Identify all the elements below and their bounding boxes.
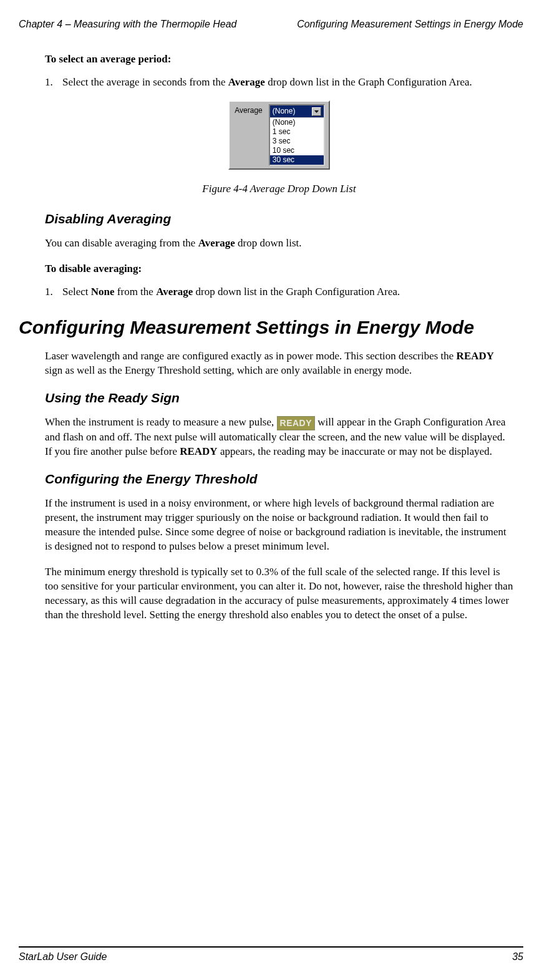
heading-configuring-energy-mode: Configuring Measurement Settings in Ener… bbox=[19, 317, 523, 339]
text-fragment: drop down list in the Graph Configuratio… bbox=[193, 286, 400, 298]
text-fragment: You can disable averaging from the bbox=[45, 237, 198, 249]
dropdown-selected-text: (None) bbox=[273, 106, 296, 116]
step-text: Select None from the Average drop down l… bbox=[62, 285, 513, 299]
bold-word: READY bbox=[457, 350, 494, 362]
para-threshold-1: If the instrument is used in a noisy env… bbox=[45, 497, 513, 554]
ready-badge-icon: READY bbox=[277, 416, 316, 430]
figure-caption: Figure 4-4 Average Drop Down List bbox=[45, 182, 513, 196]
dropdown-option[interactable]: 10 sec bbox=[270, 146, 324, 155]
average-dropdown-panel: Average (None) (None) 1 sec 3 sec 10 sec… bbox=[228, 100, 329, 169]
text-fragment: appears, the reading may be inaccurate o… bbox=[218, 445, 492, 457]
bold-word: None bbox=[91, 286, 115, 298]
chevron-down-icon[interactable] bbox=[312, 107, 321, 116]
para-disable-averaging: You can disable averaging from the Avera… bbox=[45, 236, 513, 251]
intro-select-average: To select an average period: bbox=[45, 52, 513, 67]
dropdown-selected[interactable]: (None) bbox=[270, 105, 324, 117]
dropdown-option[interactable]: (None) bbox=[270, 118, 324, 127]
running-header: Chapter 4 – Measuring with the Thermopil… bbox=[19, 17, 523, 31]
text-fragment: Select the average in seconds from the bbox=[62, 76, 228, 88]
page-footer: StarLab User Guide 35 bbox=[19, 946, 523, 964]
para-threshold-2: The minimum energy threshold is typicall… bbox=[45, 565, 513, 623]
text-fragment: Select bbox=[62, 286, 91, 298]
footer-title: StarLab User Guide bbox=[19, 950, 107, 964]
dropdown-list: (None) 1 sec 3 sec 10 sec 30 sec bbox=[270, 117, 324, 165]
page-number: 35 bbox=[512, 950, 523, 964]
heading-energy-threshold: Configuring the Energy Threshold bbox=[45, 470, 513, 488]
dropdown-option[interactable]: 1 sec bbox=[270, 127, 324, 137]
text-fragment: When the instrument is ready to measure … bbox=[45, 416, 277, 428]
step-disable-averaging: 1. Select None from the Average drop dow… bbox=[45, 285, 513, 299]
dropdown-option-highlighted[interactable]: 30 sec bbox=[270, 155, 324, 165]
heading-using-ready-sign: Using the Ready Sign bbox=[45, 389, 513, 407]
intro-disable-averaging: To disable averaging: bbox=[45, 262, 513, 276]
list-number: 1. bbox=[45, 285, 62, 299]
step-text: Select the average in seconds from the A… bbox=[62, 75, 513, 90]
text-fragment: Laser wavelength and range are configure… bbox=[45, 350, 457, 362]
bold-word: Average bbox=[228, 76, 265, 88]
text-fragment: drop down list in the Graph Configuratio… bbox=[265, 76, 472, 88]
bold-word: READY bbox=[180, 445, 217, 457]
text-fragment: drop down list. bbox=[235, 237, 302, 249]
step-select-average: 1. Select the average in seconds from th… bbox=[45, 75, 513, 90]
bold-word: Average bbox=[156, 286, 193, 298]
bold-word: Average bbox=[198, 237, 235, 249]
para-energy-intro: Laser wavelength and range are configure… bbox=[45, 349, 513, 378]
dropdown-option[interactable]: 3 sec bbox=[270, 137, 324, 146]
text-fragment: from the bbox=[115, 286, 157, 298]
para-ready-sign: When the instrument is ready to measure … bbox=[45, 415, 513, 458]
running-header-left: Chapter 4 – Measuring with the Thermopil… bbox=[19, 17, 237, 31]
heading-disabling-averaging: Disabling Averaging bbox=[45, 210, 513, 228]
running-header-right: Configuring Measurement Settings in Ener… bbox=[297, 17, 523, 31]
average-dropdown[interactable]: (None) (None) 1 sec 3 sec 10 sec 30 sec bbox=[269, 104, 325, 165]
list-number: 1. bbox=[45, 75, 62, 90]
text-fragment: sign as well as the Energy Threshold set… bbox=[45, 364, 412, 376]
dropdown-label: Average bbox=[235, 104, 262, 115]
svg-marker-0 bbox=[314, 110, 319, 113]
